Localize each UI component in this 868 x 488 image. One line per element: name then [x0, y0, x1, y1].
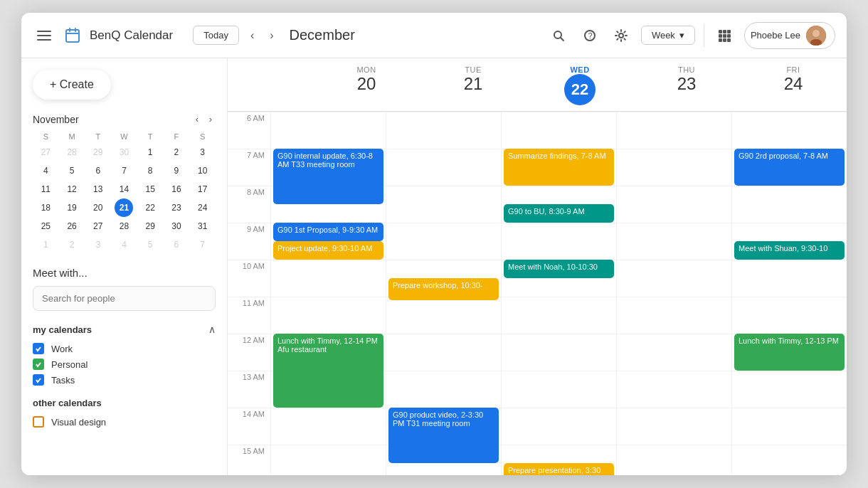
- mini-cal-day[interactable]: 14: [115, 180, 133, 198]
- apps-grid-button[interactable]: [713, 24, 736, 47]
- mini-cal-next[interactable]: ›: [206, 112, 216, 126]
- my-calendars-toggle[interactable]: ∧: [208, 324, 216, 335]
- calendar-event[interactable]: Meet with Shuan, 9:30-10: [734, 241, 845, 260]
- hour-line: [386, 149, 501, 186]
- calendar-event[interactable]: Prepare workshop, 10:30-: [388, 278, 499, 300]
- calendar-event[interactable]: Lunch with Timmy, 12-13 PM: [734, 334, 845, 371]
- hour-line: [617, 260, 731, 297]
- today-button[interactable]: Today: [193, 26, 239, 45]
- calendar-event[interactable]: Lunch with Timmy, 12-14 PM Afu restauran…: [273, 334, 383, 408]
- mini-cal-day[interactable]: 11: [36, 180, 55, 198]
- mini-cal-day[interactable]: 9: [167, 161, 186, 180]
- mini-cal-day[interactable]: 31: [194, 217, 212, 235]
- time-slot: 13 AM: [228, 371, 270, 408]
- mini-cal-day[interactable]: 28: [63, 143, 81, 161]
- mini-cal-day[interactable]: 29: [89, 143, 107, 161]
- mini-cal-day[interactable]: 13: [89, 180, 107, 198]
- mini-cal-day[interactable]: 7: [115, 161, 133, 180]
- mini-cal-day[interactable]: 5: [63, 161, 81, 180]
- calendar-tasks[interactable]: Tasks: [33, 372, 216, 388]
- hour-line: [617, 445, 731, 475]
- mini-cal-day[interactable]: 10: [194, 161, 212, 180]
- svg-rect-0: [66, 30, 79, 42]
- mini-cal-day[interactable]: 29: [141, 217, 159, 235]
- mini-cal-day[interactable]: 1: [141, 143, 159, 161]
- mini-cal-day[interactable]: 15: [141, 180, 159, 198]
- calendar-work[interactable]: Work: [33, 341, 216, 356]
- mini-cal-day[interactable]: 26: [63, 217, 81, 235]
- mini-cal-day[interactable]: 2: [167, 143, 186, 161]
- mini-cal-day[interactable]: 20: [89, 198, 107, 217]
- mini-cal-day[interactable]: 17: [194, 180, 212, 198]
- hour-line: [271, 445, 386, 475]
- visual-design-checkbox[interactable]: [33, 416, 44, 428]
- mini-cal-month: November: [33, 114, 79, 125]
- mini-cal-day[interactable]: 7: [194, 235, 212, 254]
- svg-rect-14: [727, 34, 731, 38]
- user-profile-button[interactable]: Phoebe Lee: [744, 22, 835, 49]
- mini-cal-day[interactable]: 3: [194, 143, 212, 161]
- mini-cal-day[interactable]: 6: [89, 161, 107, 180]
- help-button[interactable]: ?: [578, 24, 601, 47]
- calendar-event[interactable]: Project update, 9:30-10 AM: [273, 241, 383, 260]
- mini-cal-day[interactable]: 19: [63, 198, 81, 217]
- mini-cal-prev[interactable]: ‹: [192, 112, 202, 126]
- mini-cal-day[interactable]: 12: [63, 180, 81, 198]
- mini-cal-day[interactable]: 4: [36, 161, 55, 180]
- prev-nav-button[interactable]: ‹: [246, 26, 258, 45]
- view-week-button[interactable]: Week ▾: [641, 26, 695, 45]
- calendar-event[interactable]: G90 to BU, 8:30-9 AM: [504, 204, 614, 223]
- time-slot: 14 AM: [228, 408, 270, 445]
- mini-cal-day[interactable]: 1: [36, 235, 55, 254]
- mini-cal-day[interactable]: 2: [63, 235, 81, 254]
- calendar-event[interactable]: G90 2rd proposal, 7-8 AM: [734, 149, 845, 186]
- search-button[interactable]: [547, 24, 570, 47]
- settings-button[interactable]: [610, 24, 633, 47]
- mini-cal-dow: W: [111, 130, 137, 143]
- hamburger-icon: [37, 28, 51, 43]
- personal-checkbox[interactable]: [33, 359, 44, 370]
- search-people-input[interactable]: [33, 286, 216, 311]
- hour-line: [502, 112, 616, 149]
- calendar-event[interactable]: G90 internal update, 6:30-8 AM T33 meeti…: [273, 149, 383, 204]
- mini-cal-day[interactable]: 5: [141, 235, 159, 254]
- chevron-down-icon: ▾: [679, 30, 684, 41]
- mini-cal-day[interactable]: 6: [167, 235, 186, 254]
- hour-line: [271, 260, 386, 297]
- hour-line: [617, 408, 731, 445]
- calendar-event[interactable]: Summarize findings, 7-8 AM: [504, 149, 614, 186]
- mini-cal-day[interactable]: 16: [167, 180, 186, 198]
- calendar-event[interactable]: G90 1st Proposal, 9-9:30 AM: [273, 223, 383, 241]
- mini-cal-day[interactable]: 21: [115, 198, 133, 217]
- calendar-event[interactable]: Prepare presentation, 3:30: [504, 463, 614, 475]
- hour-line: [502, 371, 616, 408]
- mini-cal-day[interactable]: 4: [115, 235, 133, 254]
- day-col-thu: [616, 112, 731, 475]
- create-button[interactable]: + Create: [33, 70, 111, 100]
- work-checkbox[interactable]: [33, 343, 44, 354]
- svg-rect-17: [727, 38, 731, 42]
- mini-cal-day[interactable]: 27: [36, 143, 55, 161]
- mini-cal-day[interactable]: 23: [167, 198, 186, 217]
- mini-cal-day[interactable]: 28: [115, 217, 133, 235]
- tasks-checkbox[interactable]: [33, 374, 44, 386]
- mini-cal-day[interactable]: 30: [115, 143, 133, 161]
- other-calendars-section: other calendars Visual design: [33, 398, 216, 430]
- calendar-visual-design[interactable]: Visual design: [33, 414, 216, 430]
- mini-cal-day[interactable]: 8: [141, 161, 159, 180]
- hour-line: [386, 297, 501, 334]
- mini-cal-day[interactable]: 3: [89, 235, 107, 254]
- calendar-personal[interactable]: Personal: [33, 356, 216, 372]
- day-col-fri: G90 2rd proposal, 7-8 AMMeet with Shuan,…: [731, 112, 847, 475]
- calendar-event[interactable]: Meet with Noah, 10-10:30: [504, 260, 614, 278]
- next-nav-button[interactable]: ›: [265, 26, 277, 45]
- mini-cal-day[interactable]: 30: [167, 217, 186, 235]
- mini-cal-day[interactable]: 25: [36, 217, 55, 235]
- mini-cal-day[interactable]: 22: [141, 198, 159, 217]
- day-name-mon: MON: [313, 65, 420, 74]
- menu-button[interactable]: [33, 24, 55, 47]
- mini-cal-day[interactable]: 27: [89, 217, 107, 235]
- mini-cal-day[interactable]: 24: [194, 198, 212, 217]
- mini-cal-day[interactable]: 18: [36, 198, 55, 217]
- calendar-event[interactable]: G90 product video, 2-3:30 PM T31 meeting…: [388, 408, 499, 463]
